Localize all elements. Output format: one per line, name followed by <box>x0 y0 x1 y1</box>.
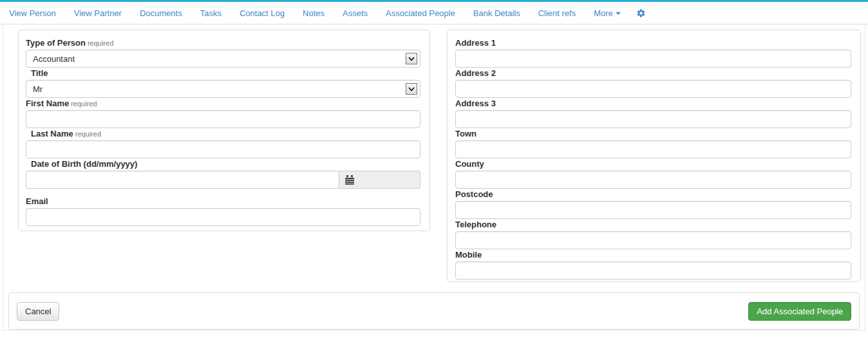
date-of-birth-dd-mm-yyyy-label: Date of Birth (dd/mm/yyyy) <box>26 160 420 169</box>
address-3-input[interactable] <box>455 110 851 128</box>
town-label: Town <box>455 129 851 138</box>
type-of-person-field-group: Type of PersonrequiredAccountant <box>26 39 420 68</box>
address-panel: Address 1Address 2Address 3TownCountyPos… <box>447 30 861 282</box>
required-indicator: required <box>88 39 113 47</box>
postcode-label: Postcode <box>455 190 851 199</box>
calendar-icon <box>345 175 354 185</box>
nav-tab-assets[interactable]: Assets <box>334 8 377 18</box>
email-field-group: Email <box>26 197 420 226</box>
address-2-field-group: Address 2 <box>455 69 851 98</box>
postcode-input[interactable] <box>455 201 851 219</box>
label-text: Address 2 <box>455 68 496 78</box>
title-label: Title <box>26 69 420 78</box>
nav-tab-tasks[interactable]: Tasks <box>191 8 231 18</box>
label-text: Email <box>26 196 48 206</box>
town-field-group: Town <box>455 129 851 158</box>
nav-tab-bank-details[interactable]: Bank Details <box>464 8 529 18</box>
postcode-field-group: Postcode <box>455 190 851 219</box>
address-1-input[interactable] <box>455 50 851 68</box>
address-2-input[interactable] <box>455 80 851 98</box>
label-text: First Name <box>26 99 69 108</box>
last-name-input[interactable] <box>26 140 420 158</box>
label-text: Type of Person <box>26 38 86 48</box>
chevron-down-icon[interactable] <box>406 53 417 64</box>
county-input[interactable] <box>455 171 851 189</box>
required-indicator: required <box>71 100 97 108</box>
telephone-label: Telephone <box>455 220 851 229</box>
type-of-person-label: Type of Personrequired <box>26 39 420 48</box>
nav-tab-list: View PersonView PartnerDocumentsTasksCon… <box>0 8 630 18</box>
label-text: Town <box>455 129 476 138</box>
label-text: Last Name <box>31 129 73 138</box>
nav-tab-view-person[interactable]: View Person <box>0 8 65 18</box>
calendar-picker-button[interactable] <box>339 171 420 189</box>
mobile-label: Mobile <box>455 251 851 260</box>
type-of-person-select[interactable]: Accountant <box>26 50 420 68</box>
address-3-label: Address 3 <box>455 99 851 108</box>
selected-value: Accountant <box>33 54 75 64</box>
first-name-label: First Namerequired <box>26 99 420 108</box>
label-text: Telephone <box>455 220 496 229</box>
town-input[interactable] <box>455 140 851 158</box>
address-2-label: Address 2 <box>455 69 851 78</box>
title-field-group: TitleMr <box>26 69 420 98</box>
first-name-input[interactable] <box>26 110 420 128</box>
cancel-button[interactable]: Cancel <box>17 302 59 321</box>
email-input[interactable] <box>26 208 420 226</box>
date-of-birth-dd-mm-yyyy-field-group: Date of Birth (dd/mm/yyyy) <box>26 160 420 189</box>
top-navigation: View PersonView PartnerDocumentsTasksCon… <box>0 0 868 24</box>
first-name-field-group: First Namerequired <box>26 99 420 128</box>
title-select[interactable]: Mr <box>26 80 420 98</box>
date-of-birth-dd-mm-yyyy-input[interactable] <box>26 171 339 189</box>
label-text: Address 3 <box>455 99 496 108</box>
content-container: Type of PersonrequiredAccountantTitleMrF… <box>3 24 865 330</box>
nav-tab-client-refs[interactable]: Client refs <box>529 8 585 18</box>
address-1-label: Address 1 <box>455 39 851 48</box>
county-field-group: County <box>455 160 851 189</box>
nav-tab-notes[interactable]: Notes <box>294 8 334 18</box>
person-details-panel: Type of PersonrequiredAccountantTitleMrF… <box>18 30 430 231</box>
label-text: Mobile <box>455 250 482 260</box>
address-1-field-group: Address 1 <box>455 39 851 68</box>
label-text: Address 1 <box>455 38 496 48</box>
label-text: Title <box>31 68 48 78</box>
label-text: County <box>455 159 484 169</box>
footer-bar: Cancel Add Associated People <box>8 292 860 330</box>
nav-tab-documents[interactable]: Documents <box>131 8 191 18</box>
selected-value: Mr <box>33 84 42 94</box>
gear-icon[interactable] <box>636 8 646 18</box>
telephone-input[interactable] <box>455 231 851 249</box>
email-label: Email <box>26 197 420 206</box>
date-of-birth-dd-mm-yyyy-input-group <box>26 171 420 189</box>
caret-down-icon <box>616 12 621 15</box>
mobile-input[interactable] <box>455 261 851 280</box>
nav-tab-more[interactable]: More <box>585 8 630 18</box>
label-text: Date of Birth (dd/mm/yyyy) <box>31 159 137 169</box>
required-indicator: required <box>75 130 101 138</box>
nav-tab-associated-people[interactable]: Associated People <box>377 8 464 18</box>
address-3-field-group: Address 3 <box>455 99 851 128</box>
last-name-field-group: Last Namerequired <box>26 129 420 158</box>
add-associated-people-button[interactable]: Add Associated People <box>748 302 851 321</box>
chevron-down-icon[interactable] <box>406 83 417 95</box>
nav-tab-contact-log[interactable]: Contact Log <box>231 8 294 18</box>
telephone-field-group: Telephone <box>455 220 851 249</box>
mobile-field-group: Mobile <box>455 251 851 280</box>
form-panels: Type of PersonrequiredAccountantTitleMrF… <box>3 24 865 282</box>
last-name-label: Last Namerequired <box>26 129 420 138</box>
county-label: County <box>455 160 851 169</box>
nav-tab-view-partner[interactable]: View Partner <box>65 8 131 18</box>
label-text: Postcode <box>455 189 493 199</box>
